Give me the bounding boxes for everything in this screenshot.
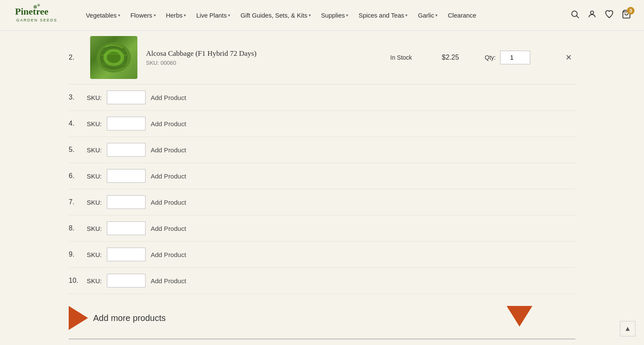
down-arrow-icon bbox=[507, 305, 532, 331]
row-number-2: 2. bbox=[69, 54, 82, 61]
nav-links: Vegetables ▾ Flowers ▾ Herbs ▾ Live Plan… bbox=[82, 9, 566, 21]
add-product-button-7[interactable]: Add Product bbox=[151, 199, 186, 206]
sku-input-3[interactable] bbox=[107, 91, 146, 104]
add-product-button-8[interactable]: Add Product bbox=[151, 225, 186, 232]
chevron-down-icon: ▾ bbox=[228, 13, 230, 18]
add-product-button-3[interactable]: Add Product bbox=[151, 94, 186, 101]
chevron-down-icon: ▾ bbox=[184, 13, 186, 18]
sku-row-4: 4. SKU: Add Product bbox=[69, 111, 575, 137]
svg-point-2 bbox=[33, 5, 37, 9]
svg-text:GARDEN SEEDS: GARDEN SEEDS bbox=[16, 18, 58, 22]
sku-label-8: SKU: bbox=[87, 225, 102, 232]
sku-label-3: SKU: bbox=[87, 94, 102, 101]
add-product-button-10[interactable]: Add Product bbox=[151, 277, 186, 284]
nav-item-flowers[interactable]: Flowers ▾ bbox=[126, 9, 160, 21]
main-content: 2. Alcosa Cabbage (F1 Hybrid 72 Days) SK… bbox=[0, 31, 644, 345]
add-product-button-9[interactable]: Add Product bbox=[151, 251, 186, 258]
nav-item-spices-teas[interactable]: Spices and Teas ▾ bbox=[354, 9, 412, 21]
chevron-down-icon: ▾ bbox=[118, 13, 120, 18]
sku-row-5: 5. SKU: Add Product bbox=[69, 137, 575, 163]
product-price-2: $2.25 bbox=[442, 54, 476, 61]
sku-input-8[interactable] bbox=[107, 221, 146, 235]
row-number-7: 7. bbox=[69, 198, 82, 206]
product-info-2: Alcosa Cabbage (F1 Hybrid 72 Days) SKU: … bbox=[146, 49, 382, 66]
sku-row-6: 6. SKU: Add Product bbox=[69, 163, 575, 189]
row-number-6: 6. bbox=[69, 172, 82, 180]
sku-label-5: SKU: bbox=[87, 146, 102, 154]
svg-point-6 bbox=[590, 11, 593, 14]
row-number-9: 9. bbox=[69, 251, 82, 258]
nav-item-gift-guides[interactable]: Gift Guides, Sets, & Kits ▾ bbox=[236, 9, 315, 21]
sku-input-5[interactable] bbox=[107, 143, 146, 157]
cart-count-badge: 3 bbox=[627, 7, 635, 15]
product-sku-2: SKU: 00060 bbox=[146, 60, 382, 66]
add-more-row: Add more products bbox=[69, 294, 575, 339]
chevron-down-icon: ▾ bbox=[435, 13, 437, 18]
logo[interactable]: Pinetree GARDEN SEEDS bbox=[13, 2, 64, 29]
add-product-button-6[interactable]: Add Product bbox=[151, 172, 186, 180]
wishlist-button[interactable] bbox=[605, 9, 614, 21]
cart-button[interactable]: 3 bbox=[622, 9, 631, 21]
nav-item-garlic[interactable]: Garlic ▾ bbox=[413, 9, 442, 21]
svg-point-3 bbox=[37, 4, 40, 6]
scroll-up-button[interactable]: ▲ bbox=[620, 321, 635, 336]
stock-status-2: In Stock bbox=[390, 54, 433, 61]
sku-input-6[interactable] bbox=[107, 169, 146, 183]
sku-row-3: 3. SKU: Add Product bbox=[69, 85, 575, 111]
row-number-3: 3. bbox=[69, 94, 82, 101]
chevron-down-icon: ▾ bbox=[154, 13, 156, 18]
sku-input-4[interactable] bbox=[107, 117, 146, 130]
nav-item-live-plants[interactable]: Live Plants ▾ bbox=[192, 9, 234, 21]
nav-icons: 3 bbox=[570, 9, 631, 21]
sku-label-9: SKU: bbox=[87, 251, 102, 258]
add-product-button-4[interactable]: Add Product bbox=[151, 120, 186, 127]
sku-input-9[interactable] bbox=[107, 248, 146, 261]
row-number-8: 8. bbox=[69, 224, 82, 232]
svg-text:Pinetree: Pinetree bbox=[15, 6, 49, 17]
svg-point-4 bbox=[572, 11, 577, 17]
svg-line-5 bbox=[577, 16, 579, 18]
qty-input-2[interactable] bbox=[500, 51, 530, 64]
add-more-products-button[interactable]: Add more products bbox=[93, 313, 166, 323]
nav-item-herbs[interactable]: Herbs ▾ bbox=[162, 9, 191, 21]
cabbage-image bbox=[90, 36, 137, 79]
sku-label-6: SKU: bbox=[87, 172, 102, 180]
sku-input-7[interactable] bbox=[107, 195, 146, 209]
sku-input-10[interactable] bbox=[107, 274, 146, 288]
sku-label-4: SKU: bbox=[87, 120, 102, 127]
navbar: Pinetree GARDEN SEEDS Vegetables ▾ Flowe… bbox=[0, 0, 644, 31]
footer-row: Total: $4.20 Add To Cart bbox=[69, 339, 575, 345]
product-image-2 bbox=[90, 36, 137, 79]
chevron-down-icon: ▾ bbox=[405, 13, 407, 18]
qty-label-2: Qty: bbox=[485, 54, 496, 61]
right-arrow-icon bbox=[69, 306, 88, 330]
chevron-down-icon: ▾ bbox=[346, 13, 348, 18]
product-name-2: Alcosa Cabbage (F1 Hybrid 72 Days) bbox=[146, 49, 382, 58]
nav-item-clearance[interactable]: Clearance bbox=[444, 9, 480, 21]
sku-label-7: SKU: bbox=[87, 199, 102, 206]
row-number-5: 5. bbox=[69, 146, 82, 154]
account-button[interactable] bbox=[587, 9, 597, 21]
nav-item-vegetables[interactable]: Vegetables ▾ bbox=[82, 9, 125, 21]
order-row-2: 2. Alcosa Cabbage (F1 Hybrid 72 Days) SK… bbox=[69, 31, 575, 85]
sku-rows-container: 3. SKU: Add Product 4. SKU: Add Product … bbox=[69, 85, 575, 294]
sku-row-8: 8. SKU: Add Product bbox=[69, 215, 575, 242]
sku-row-9: 9. SKU: Add Product bbox=[69, 242, 575, 268]
chevron-down-icon: ▾ bbox=[309, 13, 311, 18]
sku-label-10: SKU: bbox=[87, 277, 102, 284]
qty-area-2: Qty: bbox=[485, 51, 553, 64]
sku-row-10: 10. SKU: Add Product bbox=[69, 268, 575, 294]
row-number-10: 10. bbox=[69, 277, 82, 284]
row-number-4: 4. bbox=[69, 120, 82, 127]
sku-row-7: 7. SKU: Add Product bbox=[69, 189, 575, 215]
add-product-button-5[interactable]: Add Product bbox=[151, 146, 186, 154]
search-button[interactable] bbox=[570, 9, 580, 21]
remove-button-2[interactable]: ✕ bbox=[562, 51, 575, 64]
nav-item-supplies[interactable]: Supplies ▾ bbox=[317, 9, 353, 21]
